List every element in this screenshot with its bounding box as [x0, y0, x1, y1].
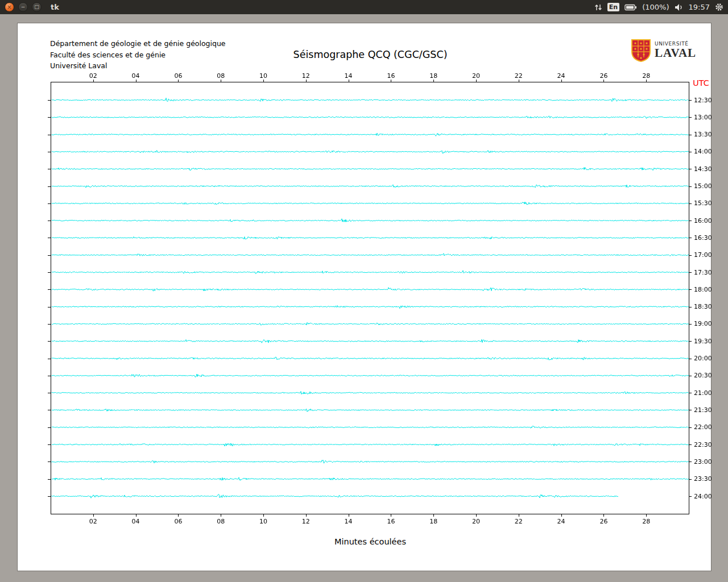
x-tick-label-bottom: 06	[170, 518, 186, 525]
utc-time-label: 19:00	[694, 320, 712, 327]
keyboard-layout-indicator[interactable]: En	[607, 3, 619, 11]
utc-time-label: 17:30	[694, 269, 712, 276]
utc-time-label: 16:00	[694, 217, 712, 225]
x-tick-label-bottom: 16	[383, 518, 399, 525]
utc-time-label: 21:30	[694, 406, 712, 414]
x-tick-label-top: 08	[213, 72, 229, 80]
x-tick-label-bottom: 18	[425, 518, 441, 525]
utc-time-label: 24:00	[694, 493, 712, 500]
utc-time-label: 23:30	[694, 475, 712, 483]
battery-icon[interactable]	[624, 4, 637, 11]
x-tick-label-top: 28	[638, 72, 654, 80]
utc-time-label: 21:00	[694, 389, 712, 397]
x-tick-label-bottom: 10	[255, 518, 271, 525]
clock[interactable]: 19:57	[689, 3, 710, 11]
x-tick-label-bottom: 12	[298, 518, 314, 525]
window-minimize-button[interactable]: −	[18, 2, 28, 12]
utc-time-label: 14:30	[694, 165, 712, 173]
seismograph-traces-canvas	[40, 72, 700, 523]
utc-time-label: 20:00	[694, 355, 712, 362]
utc-time-label: 23:00	[694, 458, 712, 465]
x-tick-label-top: 20	[468, 72, 484, 80]
utc-time-label: 16:30	[694, 234, 712, 242]
window-maximize-button[interactable]: □	[32, 2, 42, 12]
x-tick-label-top: 12	[298, 72, 314, 80]
window-title: tk	[51, 3, 59, 11]
utc-time-label: 18:00	[694, 286, 712, 293]
system-tray: En (100%) 19:57	[594, 3, 723, 11]
utc-time-label: 13:30	[694, 131, 712, 138]
x-tick-label-top: 16	[383, 72, 399, 80]
x-tick-label-bottom: 22	[511, 518, 527, 525]
top-menu-bar: × − □ tk En (100%) 19:57	[0, 0, 728, 14]
x-tick-label-top: 26	[595, 72, 611, 80]
x-tick-label-bottom: 04	[128, 518, 144, 525]
volume-icon[interactable]	[675, 3, 684, 11]
x-tick-label-bottom: 28	[638, 518, 654, 525]
chart-title: Séismographe QCQ (CGC/GSC)	[222, 49, 518, 60]
utc-time-label: 17:00	[694, 251, 712, 259]
settings-gear-icon[interactable]	[715, 3, 723, 11]
x-tick-label-top: 22	[511, 72, 527, 80]
window-close-button[interactable]: ×	[5, 2, 14, 12]
x-tick-label-top: 04	[128, 72, 144, 80]
institution-header: Département de géologie et de génie géol…	[50, 38, 226, 72]
utc-time-label: 13:00	[694, 114, 712, 121]
laval-shield-icon	[631, 39, 651, 64]
utc-time-label: 22:00	[694, 423, 712, 431]
x-tick-label-top: 24	[553, 72, 569, 80]
utc-time-label: 19:30	[694, 338, 712, 345]
utc-time-label: 18:30	[694, 303, 712, 310]
x-tick-label-top: 14	[341, 72, 357, 80]
x-tick-label-bottom: 20	[468, 518, 484, 525]
institution-line-1: Département de géologie et de génie géol…	[50, 38, 226, 49]
x-tick-label-bottom: 02	[85, 518, 101, 525]
x-tick-label-bottom: 26	[595, 518, 611, 525]
institution-line-3: Université Laval	[50, 60, 226, 72]
x-tick-label-top: 10	[255, 72, 271, 80]
utc-time-label: 14:00	[694, 148, 712, 155]
x-tick-label-bottom: 14	[341, 518, 357, 525]
x-tick-label-bottom: 24	[553, 518, 569, 525]
utc-axis-label: UTC	[693, 78, 709, 88]
x-tick-label-top: 18	[425, 72, 441, 80]
utc-time-label: 15:30	[694, 199, 712, 207]
laval-logo: UNIVERSITÉ LAVAL	[631, 39, 696, 64]
utc-time-label: 20:30	[694, 372, 712, 379]
window-controls: × − □	[5, 2, 42, 12]
x-axis-label: Minutes écoulées	[228, 537, 512, 546]
institution-line-2: Faculté des sciences et de génie	[50, 49, 226, 61]
helicorder-plot: UTC 020204040606080810101212141416161818…	[40, 72, 700, 523]
updown-arrows-icon[interactable]	[594, 3, 602, 11]
battery-percentage: (100%)	[642, 3, 669, 11]
tk-application-window: Département de géologie et de génie géol…	[17, 23, 712, 571]
utc-time-label: 15:00	[694, 182, 712, 190]
x-tick-label-top: 06	[170, 72, 186, 80]
utc-time-label: 12:30	[694, 97, 712, 104]
logo-laval-text: LAVAL	[655, 47, 696, 60]
x-tick-label-bottom: 08	[213, 518, 229, 525]
utc-time-label: 22:30	[694, 441, 712, 448]
x-tick-label-top: 02	[85, 72, 101, 80]
